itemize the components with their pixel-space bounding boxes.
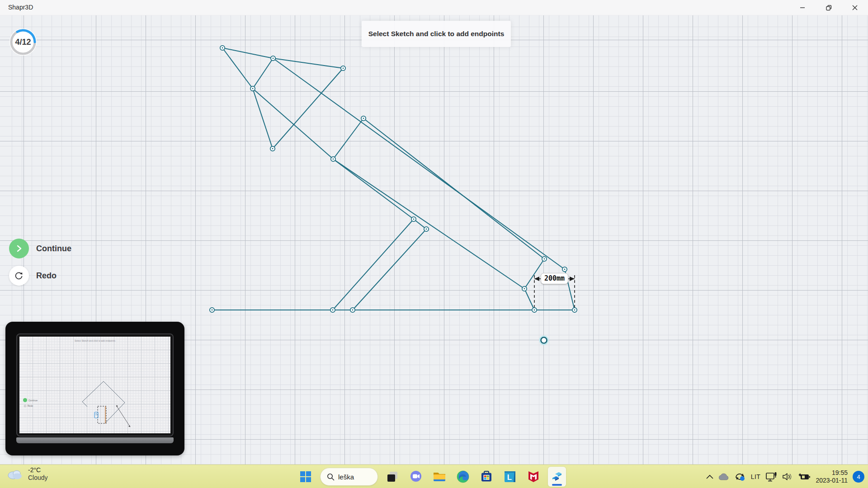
start-button[interactable]: [297, 467, 315, 487]
language-indicator[interactable]: LIT: [751, 473, 761, 480]
weather-condition: Cloudy: [28, 474, 48, 482]
edge-button[interactable]: [454, 467, 472, 487]
shapr3d-taskbar-button[interactable]: [548, 467, 566, 487]
search-icon: [327, 473, 335, 481]
progress-label: 4/12: [8, 27, 38, 57]
close-button[interactable]: [842, 0, 868, 15]
search-text: leška: [338, 473, 354, 481]
clock-date: 2023-01-11: [816, 477, 848, 484]
sketch-canvas[interactable]: Select Sketch and click to add endpoints…: [0, 15, 868, 465]
laptop-display: Select Sketch and click to add endpoints…: [19, 337, 170, 433]
notification-badge[interactable]: 4: [853, 471, 864, 483]
lenovo-vantage-icon: L: [503, 470, 517, 483]
chat-button[interactable]: [407, 467, 425, 487]
active-app-indicator: [552, 484, 562, 486]
task-view-button[interactable]: [383, 467, 401, 487]
redo-icon: [14, 271, 24, 281]
battery-charging-icon[interactable]: [798, 473, 811, 481]
restore-button[interactable]: [816, 0, 842, 15]
taskbar: -2°C Cloudy leška: [0, 465, 868, 488]
redo-circle[interactable]: [9, 266, 29, 286]
pip-continue-icon: [23, 398, 27, 402]
task-view-icon: [386, 470, 399, 483]
edge-icon: [456, 470, 470, 483]
file-explorer-button[interactable]: [430, 467, 448, 487]
microsoft-store-icon: [480, 470, 493, 483]
tutorial-progress-ring: 4/12: [8, 27, 38, 57]
pip-mini-sketch: [19, 337, 170, 433]
pip-continue-button: Continue: [23, 398, 38, 402]
cloud-weather-icon: [6, 468, 24, 480]
pip-laptop-preview: Select Sketch and click to add endpoints…: [5, 322, 184, 455]
start-icon: [300, 471, 311, 483]
hint-tooltip: Select Sketch and click to add endpoints: [362, 21, 511, 47]
pip-redo-button: Redo: [24, 404, 33, 407]
sync-status-icon[interactable]: [734, 472, 746, 482]
microsoft-store-button[interactable]: [477, 467, 495, 487]
tray-chevron-up-icon[interactable]: [706, 474, 713, 479]
window-controls: [789, 0, 868, 15]
hint-text: Select Sketch and click to add endpoints: [368, 30, 505, 38]
chat-icon: [409, 470, 423, 483]
app-title: Shapr3D: [8, 4, 33, 11]
continue-button[interactable]: Continue: [9, 239, 71, 258]
shapr3d-icon: [551, 470, 563, 483]
title-bar: Shapr3D: [0, 0, 868, 15]
laptop-hinge: [16, 437, 174, 443]
dimension-label[interactable]: 200mm: [541, 273, 568, 284]
weather-widget[interactable]: -2°C Cloudy: [6, 466, 48, 482]
pen-display-icon[interactable]: [765, 471, 777, 482]
mcafee-icon: [527, 470, 540, 483]
redo-button[interactable]: Redo: [9, 266, 57, 286]
onedrive-cloud-icon[interactable]: [718, 473, 729, 480]
clock-widget[interactable]: 19:55 2023-01-11: [816, 469, 848, 484]
continue-circle[interactable]: [9, 239, 29, 258]
laptop-screen: Select Sketch and click to add endpoints…: [16, 333, 174, 436]
pip-redo-icon: [24, 405, 26, 407]
weather-temp: -2°C: [28, 466, 48, 474]
search-input[interactable]: leška: [320, 468, 378, 486]
minimize-button[interactable]: [789, 0, 816, 15]
mcafee-button[interactable]: [524, 467, 542, 487]
continue-label: Continue: [36, 244, 71, 253]
redo-label: Redo: [36, 271, 57, 281]
svg-text:L: L: [507, 473, 512, 482]
clock-time: 19:55: [816, 469, 848, 477]
lenovo-vantage-button[interactable]: L: [501, 467, 519, 487]
speaker-icon[interactable]: [782, 472, 793, 481]
file-explorer-icon: [433, 470, 446, 483]
chevron-right-icon: [15, 244, 23, 253]
